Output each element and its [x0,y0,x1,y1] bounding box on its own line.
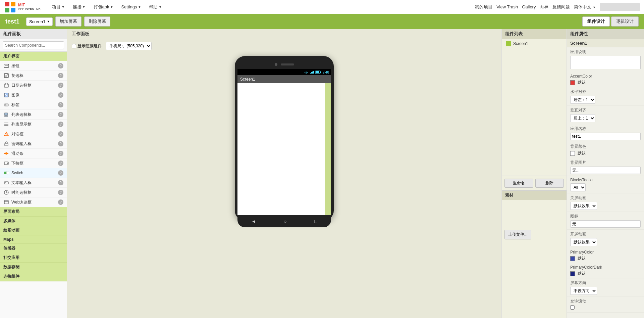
screen-orientation-select[interactable]: 不设方向 [570,287,597,295]
allow-scroll-checkbox[interactable] [570,305,575,310]
nav-apk[interactable]: 打包apk ▼ [90,2,117,12]
textinput-help[interactable]: ? [58,180,63,185]
nav-language[interactable]: 简体中文 ▼ [574,4,596,10]
screen1-tree-item[interactable]: Screen1 [502,39,567,48]
primary-color-swatch[interactable] [570,256,575,261]
nav-right: 我的项目 View Trash Gallery 向导 反馈问题 简体中文 ▼ [475,3,640,11]
component-listpicker[interactable]: 列表选择框 ? [0,110,67,120]
notifier-help[interactable]: ? [58,131,63,137]
remove-screen-button[interactable]: 删除屏幕 [84,16,110,27]
switch-help[interactable]: ? [58,170,63,176]
show-hidden-checkbox[interactable] [72,44,76,48]
section-social[interactable]: 社交应用 [0,253,67,263]
nav-connect[interactable]: 连接 ▼ [69,2,89,12]
section-connectivity[interactable]: 连接组件 [0,272,67,281]
close-anim-select[interactable]: 默认效果 [570,202,597,210]
component-timepicker[interactable]: 时间选择框 ? [0,188,67,197]
search-input[interactable] [3,41,64,49]
textinput-icon [3,180,9,186]
slider-help[interactable]: ? [58,151,63,156]
back-button[interactable]: ◄ [251,219,256,224]
label-help[interactable]: ? [58,102,63,107]
image-help[interactable]: ? [58,92,63,98]
prop-primary-color: PrimaryColor 默认 [567,248,644,263]
component-listview[interactable]: 列表显示框 ? [0,120,67,129]
component-slider[interactable]: 滑动条 ? [0,149,67,158]
button-help[interactable]: ? [58,63,63,69]
component-passwordinput[interactable]: 密码输入框 ? [0,139,67,149]
section-drawing[interactable]: 绘图动画 [0,226,67,235]
button-label: 按钮 [11,63,56,69]
component-spinner[interactable]: 下拉框 ? [0,158,67,168]
component-switch[interactable]: Switch ? [0,168,67,178]
open-anim-select[interactable]: 默认效果 [570,238,597,246]
component-datepicker[interactable]: 日期选择框 ? [0,81,67,90]
component-design-button[interactable]: 组件设计 [582,16,610,27]
phone-size-select[interactable]: 手机尺寸 (505,320) [106,42,152,50]
section-user-ui[interactable]: 用户界面 [0,52,67,61]
add-screen-button[interactable]: 增加屏幕 [55,16,82,27]
timepicker-help[interactable]: ? [58,190,63,195]
prop-icon: 图标 [567,212,644,230]
prop-app-name: 应用名称 [567,124,644,142]
show-hidden-label[interactable]: 显示隐藏组件 [72,43,102,49]
webview-help[interactable]: ? [58,199,63,205]
component-notifier[interactable]: ! 对话框 ? [0,129,67,139]
halign-select[interactable]: 居左：1 [570,96,595,104]
listpicker-help[interactable]: ? [58,112,63,117]
rename-button[interactable]: 重命名 [504,179,533,188]
bg-color-swatch[interactable] [570,151,575,156]
passwordinput-help[interactable]: ? [58,141,63,146]
timepicker-icon [3,189,9,195]
image-icon [3,92,9,98]
app-name-input[interactable] [570,133,641,140]
accent-color-swatch[interactable] [570,80,575,85]
section-storage[interactable]: 数据存储 [0,263,67,272]
properties-panel: 组件属性 Screen1 应用说明 AccentColor 默认 水平对齐 居左… [567,29,644,318]
section-media[interactable]: 多媒体 [0,217,67,226]
nav-guide[interactable]: 向导 [540,4,548,10]
screen-select[interactable]: Screen1 ▼ [26,17,53,26]
blocks-toolkit-select[interactable]: All [570,183,586,191]
nav-settings[interactable]: Settings ▼ [118,2,144,11]
component-checkbox[interactable]: 复选框 ? [0,71,67,81]
user-dropdown[interactable] [600,3,640,11]
component-webview[interactable]: Web浏览框 ? [0,197,67,207]
valign-select[interactable]: 居上：1 [570,114,595,122]
nav-help[interactable]: 帮助 ▼ [146,2,165,12]
datepicker-help[interactable]: ? [58,83,63,88]
nav-view-trash[interactable]: View Trash [496,4,518,9]
svg-rect-27 [4,182,8,184]
second-bar: test1 Screen1 ▼ 增加屏幕 删除屏幕 组件设计 逻辑设计 [0,14,644,29]
prop-valign: 垂直对齐 居上：1 [567,106,644,124]
component-image[interactable]: 图像 ? [0,90,67,100]
delete-button[interactable]: 删除 [535,179,564,188]
nav-gallery[interactable]: Gallery [522,4,536,9]
logic-design-button[interactable]: 逻辑设计 [611,16,639,27]
home-button[interactable]: ○ [284,219,286,224]
switch-icon [3,170,9,176]
upload-file-button[interactable]: 上传文件... [504,230,531,239]
component-button[interactable]: 按钮 ? [0,61,67,71]
svg-text:A: A [5,104,6,106]
component-label[interactable]: A 标签 ? [0,100,67,110]
checkbox-help[interactable]: ? [58,73,63,78]
app-desc-input[interactable] [570,56,641,69]
recent-button[interactable]: □ [314,219,317,224]
nav-my-projects[interactable]: 我的项目 [475,4,492,10]
nav-project[interactable]: 项目 ▼ [49,2,68,12]
phone-top-bar [237,61,331,68]
listview-help[interactable]: ? [58,122,63,127]
prop-app-desc: 应用说明 [567,47,644,72]
primary-dark-color-swatch[interactable] [570,271,575,276]
spinner-help[interactable]: ? [58,161,63,166]
component-textinput[interactable]: 文本输入框 ? [0,178,67,188]
bg-image-input[interactable] [570,167,641,174]
phone-content[interactable] [237,83,331,215]
section-layout[interactable]: 界面布局 [0,207,67,217]
section-sensors[interactable]: 传感器 [0,244,67,253]
icon-input[interactable] [570,220,641,228]
nav-feedback[interactable]: 反馈问题 [552,4,570,10]
section-maps[interactable]: Maps [0,235,67,244]
prop-close-anim: 关屏动画 默认效果 [567,193,644,212]
